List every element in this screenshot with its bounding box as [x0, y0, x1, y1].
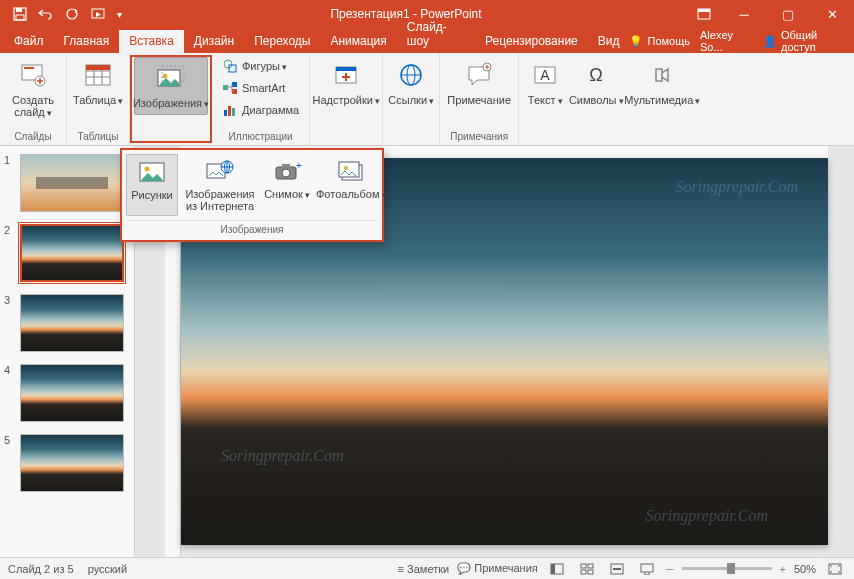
group-links: Ссылки — [383, 53, 440, 145]
group-comments: Примечание Примечания — [440, 53, 519, 145]
slide-thumbnail-5[interactable]: 5 — [4, 434, 130, 492]
slideshow-view-button[interactable] — [636, 560, 658, 578]
svg-rect-1 — [16, 8, 22, 12]
slide-panel[interactable]: 1 2 3 4 5 — [0, 146, 135, 557]
table-icon — [82, 59, 114, 91]
svg-rect-46 — [588, 564, 593, 568]
shapes-button[interactable]: Фигуры — [216, 55, 305, 77]
slide-thumbnail-4[interactable]: 4 — [4, 364, 130, 422]
svg-rect-2 — [16, 15, 24, 20]
svg-point-15 — [224, 60, 232, 68]
svg-rect-50 — [613, 568, 621, 570]
tab-slideshow[interactable]: Слайд-шоу — [397, 16, 475, 53]
links-icon — [395, 59, 427, 91]
svg-text:+: + — [296, 160, 302, 171]
online-pictures-button[interactable]: Изображения из Интернета — [180, 154, 260, 216]
zoom-level[interactable]: 50% — [794, 563, 816, 575]
undo-button[interactable] — [34, 2, 58, 26]
notes-button[interactable]: ≡ Заметки — [398, 563, 450, 575]
media-button[interactable]: Мультимедиа — [625, 55, 699, 111]
save-button[interactable] — [8, 2, 32, 26]
close-button[interactable]: ✕ — [810, 0, 854, 28]
slide-counter[interactable]: Слайд 2 из 5 — [8, 563, 74, 575]
comments-button[interactable]: 💬 Примечания — [457, 562, 538, 575]
lightbulb-icon: 💡 — [629, 35, 643, 48]
minimize-button[interactable]: ─ — [722, 0, 766, 28]
svg-rect-6 — [698, 9, 710, 12]
pictures-button[interactable]: Рисунки — [126, 154, 178, 216]
slide-thumbnail-3[interactable]: 3 — [4, 294, 130, 352]
share-icon: 👤 — [763, 35, 777, 48]
images-button[interactable]: Изображения — [134, 57, 208, 115]
svg-rect-11 — [86, 65, 110, 70]
tab-review[interactable]: Рецензирование — [475, 30, 588, 53]
ribbon-display-options-button[interactable] — [686, 2, 722, 26]
new-slide-icon — [17, 59, 49, 91]
tab-design[interactable]: Дизайн — [184, 30, 244, 53]
svg-text:A: A — [541, 67, 551, 83]
shapes-icon — [222, 58, 238, 74]
photo-album-icon — [335, 158, 367, 186]
group-label-tables: Таблицы — [78, 129, 119, 145]
screenshot-icon: + — [271, 158, 303, 186]
tab-transitions[interactable]: Переходы — [244, 30, 320, 53]
zoom-slider[interactable] — [682, 567, 772, 570]
share-button[interactable]: 👤Общий доступ — [763, 29, 846, 53]
svg-rect-51 — [641, 564, 653, 572]
svg-rect-18 — [232, 82, 237, 87]
tab-view[interactable]: Вид — [588, 30, 630, 53]
tab-file[interactable]: Файл — [4, 30, 54, 53]
ribbon-tabs: Файл Главная Вставка Дизайн Переходы Ани… — [0, 28, 854, 53]
user-account[interactable]: Alexey So... — [700, 29, 753, 53]
textbox-icon: A — [529, 59, 561, 91]
smartart-icon — [222, 80, 238, 96]
quick-access-toolbar: ▾ — [0, 2, 126, 26]
slide-thumbnail-1[interactable]: 1 — [4, 154, 130, 212]
svg-rect-8 — [24, 67, 34, 69]
svg-rect-16 — [229, 65, 236, 72]
tab-animations[interactable]: Анимация — [320, 30, 396, 53]
reading-view-button[interactable] — [606, 560, 628, 578]
svg-rect-47 — [581, 570, 586, 574]
help-button[interactable]: 💡Помощь — [629, 35, 690, 48]
comment-button[interactable]: Примечание — [444, 55, 514, 110]
group-label-comments: Примечания — [450, 129, 508, 145]
online-pictures-icon — [204, 158, 236, 186]
slide-thumbnail-2[interactable]: 2 — [4, 224, 130, 282]
slide-sorter-button[interactable] — [576, 560, 598, 578]
smartart-button[interactable]: SmartArt — [216, 77, 305, 99]
screenshot-button[interactable]: + Снимок — [262, 154, 312, 216]
dropdown-footer: Изображения — [126, 220, 378, 240]
svg-rect-45 — [581, 564, 586, 568]
symbols-button[interactable]: Ω Символы — [569, 55, 623, 111]
svg-rect-44 — [551, 564, 555, 574]
fit-to-window-button[interactable] — [824, 560, 846, 578]
svg-rect-48 — [588, 570, 593, 574]
images-icon — [155, 62, 187, 94]
group-illustrations: Фигуры SmartArt Диаграмма Иллюстрации — [212, 53, 310, 145]
statusbar: Слайд 2 из 5 русский ≡ Заметки 💬 Примеча… — [0, 557, 854, 579]
svg-rect-20 — [224, 110, 227, 116]
addins-button[interactable]: Надстройки — [314, 55, 378, 111]
comment-icon — [463, 59, 495, 91]
normal-view-button[interactable] — [546, 560, 568, 578]
new-slide-button[interactable]: Создать слайд — [4, 55, 62, 123]
links-button[interactable]: Ссылки — [387, 55, 435, 111]
svg-rect-24 — [336, 67, 356, 71]
maximize-button[interactable]: ▢ — [766, 0, 810, 28]
language-indicator[interactable]: русский — [88, 563, 127, 575]
svg-rect-17 — [223, 85, 228, 90]
table-button[interactable]: Таблица — [71, 55, 125, 111]
tab-home[interactable]: Главная — [54, 30, 120, 53]
redo-button[interactable] — [60, 2, 84, 26]
start-from-beginning-button[interactable] — [86, 2, 110, 26]
text-button[interactable]: A Текст — [523, 55, 567, 111]
chart-button[interactable]: Диаграмма — [216, 99, 305, 121]
photo-album-button[interactable]: Фотоальбом — [314, 154, 389, 216]
svg-rect-21 — [228, 106, 231, 116]
ribbon: Создать слайд Слайды Таблица Таблицы Изо… — [0, 53, 854, 146]
svg-rect-22 — [232, 108, 235, 116]
group-label-illustrations: Иллюстрации — [229, 129, 293, 145]
tab-insert[interactable]: Вставка — [119, 30, 184, 53]
qat-customize-button[interactable]: ▾ — [112, 2, 126, 26]
